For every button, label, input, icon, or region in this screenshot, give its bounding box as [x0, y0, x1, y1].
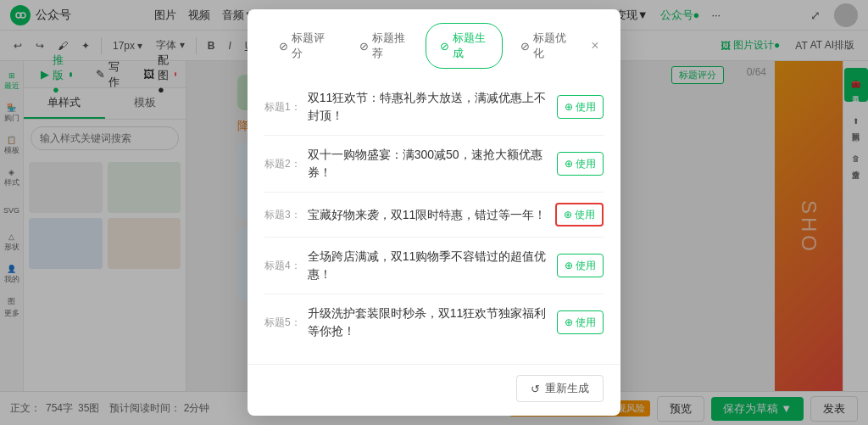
regenerate-icon: ↺ [531, 383, 540, 395]
title-text-1: 双11狂欢节：特惠礼券大放送，满减优惠上不封顶！ [308, 89, 550, 125]
title-item-2: 标题2： 双十一购物盛宴：满300减50，速抢大额优惠券！ ⊕ 使用 [264, 136, 604, 193]
title-label-4: 标题4： [264, 259, 301, 273]
modal-close-button[interactable]: × [587, 36, 604, 56]
title-item-3: 标题3： 宝藏好物来袭，双11限时特惠，错过等一年！ ⊕ 使用 [264, 193, 604, 238]
recommend-icon: ⊘ [359, 40, 369, 53]
use-icon-3: ⊕ [564, 209, 572, 221]
title-item-4: 标题4： 全场跨店满减，双11购物季不容错过的超值优惠！ ⊕ 使用 [264, 238, 604, 294]
use-button-1[interactable]: ⊕ 使用 [557, 95, 604, 119]
use-icon-2: ⊕ [565, 158, 573, 170]
title-label-1: 标题1： [264, 100, 301, 115]
title-label-5: 标题5： [264, 316, 301, 330]
modal-body: 标题1： 双11狂欢节：特惠礼券大放送，满减优惠上不封顶！ ⊕ 使用 标题2： … [248, 69, 620, 364]
modal-tab-generate[interactable]: ⊘ 标题生成 [426, 23, 503, 69]
title-item-1: 标题1： 双11狂欢节：特惠礼券大放送，满减优惠上不封顶！ ⊕ 使用 [264, 79, 604, 136]
title-item-5: 标题5： 升级洗护套装限时秒杀，双11狂欢节独家福利等你抢！ ⊕ 使用 [264, 294, 604, 350]
use-icon-5: ⊕ [565, 316, 573, 328]
use-button-2[interactable]: ⊕ 使用 [557, 152, 604, 176]
use-icon-1: ⊕ [565, 101, 573, 113]
use-button-5[interactable]: ⊕ 使用 [557, 310, 604, 334]
modal-tab-recommend[interactable]: ⊘ 标题推荐 [345, 23, 422, 69]
use-button-4[interactable]: ⊕ 使用 [557, 254, 604, 277]
modal-tab-optimize[interactable]: ⊘ 标题优化 [506, 23, 583, 69]
optimize-icon: ⊘ [520, 40, 530, 53]
title-generate-modal: ⊘ 标题评分 ⊘ 标题推荐 ⊘ 标题生成 ⊘ 标题优化 × 标题1： 双11狂欢… [248, 9, 620, 416]
use-icon-4: ⊕ [565, 260, 573, 271]
title-text-2: 双十一购物盛宴：满300减50，速抢大额优惠券！ [308, 146, 550, 182]
title-label-2: 标题2： [264, 157, 301, 171]
title-text-4: 全场跨店满减，双11购物季不容错过的超值优惠！ [308, 248, 550, 283]
score-icon: ⊘ [279, 40, 288, 53]
title-text-5: 升级洗护套装限时秒杀，双11狂欢节独家福利等你抢！ [308, 305, 550, 340]
generate-icon: ⊘ [440, 40, 449, 53]
regenerate-button[interactable]: ↺ 重新生成 [516, 375, 604, 402]
title-text-3: 宝藏好物来袭，双11限时特惠，错过等一年！ [308, 206, 548, 224]
modal-footer: ↺ 重新生成 [248, 364, 620, 416]
title-label-3: 标题3： [264, 208, 301, 222]
modal-header: ⊘ 标题评分 ⊘ 标题推荐 ⊘ 标题生成 ⊘ 标题优化 × [248, 9, 620, 69]
use-button-3[interactable]: ⊕ 使用 [555, 203, 604, 226]
modal-tab-score[interactable]: ⊘ 标题评分 [264, 23, 342, 69]
modal-overlay[interactable]: ⊘ 标题评分 ⊘ 标题推荐 ⊘ 标题生成 ⊘ 标题优化 × 标题1： 双11狂欢… [0, 0, 868, 425]
